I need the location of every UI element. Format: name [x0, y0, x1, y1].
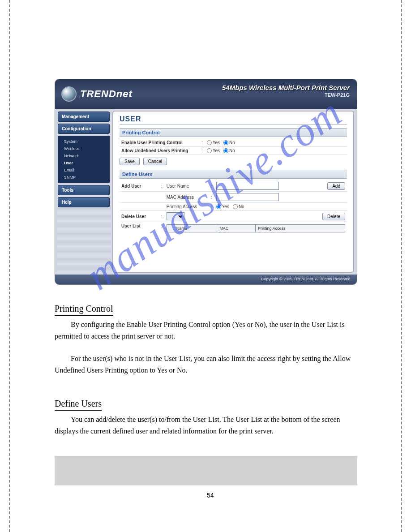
row-delete-user: Delete User : Delete: [120, 211, 347, 222]
cancel-button[interactable]: Cancel: [143, 158, 167, 165]
para-3: You can add/delete the user(s) to/from t…: [55, 414, 359, 437]
brand-logo: TRENDnet: [80, 88, 133, 100]
heading-printing-control: Printing Control: [55, 304, 113, 316]
product-title: 54Mbps Wireless Multi-Port Print Server: [222, 84, 350, 91]
nav-wireless[interactable]: Wireless: [58, 145, 110, 152]
heading-define-users: Define Users: [55, 399, 102, 411]
label-user-name: User Name: [167, 184, 207, 189]
ui-header: TRENDnet 54Mbps Wireless Multi-Port Prin…: [55, 79, 357, 109]
row-allow-undefined: Allow Undefined Users Printing : Yes No: [120, 147, 347, 155]
enable-no-radio[interactable]: [223, 140, 228, 145]
delete-button[interactable]: Delete: [322, 213, 345, 220]
add-button[interactable]: Add: [327, 182, 345, 190]
section-define-users: Define Users: [120, 170, 347, 179]
content-panel: USER Printing Control Enable User Printi…: [112, 111, 354, 273]
nav-management[interactable]: Management: [58, 112, 110, 122]
sidebar: Management Configuration System Wireless…: [55, 109, 112, 275]
button-row: Save Cancel: [120, 158, 347, 165]
row-mac: : MAC Address :: [120, 192, 347, 203]
nav-system[interactable]: System: [58, 138, 110, 145]
page-number: 54: [207, 492, 214, 499]
pa-no-option[interactable]: No: [233, 204, 244, 209]
ui-footer: Copyright © 2005 TRENDnet. All Rights Re…: [55, 275, 357, 284]
col-blank: [167, 225, 174, 232]
nav-help[interactable]: Help: [58, 197, 110, 207]
header-right: 54Mbps Wireless Multi-Port Print Server …: [222, 84, 350, 98]
logo-orb-icon: [61, 86, 77, 102]
col-pa: Printing Access: [255, 225, 345, 232]
input-mac[interactable]: [216, 193, 279, 201]
allow-yes-option[interactable]: Yes: [207, 148, 220, 153]
pa-yes-option[interactable]: Yes: [216, 204, 229, 209]
pa-no-radio[interactable]: [233, 204, 238, 209]
label-user-list: User List: [121, 223, 157, 228]
label-mac: MAC Address: [167, 195, 207, 200]
nav-user[interactable]: User: [58, 159, 110, 167]
product-model: TEW-P21G: [222, 92, 350, 98]
enable-yes-option[interactable]: Yes: [207, 140, 220, 145]
label-delete-user: Delete User: [121, 214, 157, 219]
page-title: USER: [120, 115, 347, 124]
col-name: Name: [174, 225, 217, 232]
nav-configuration[interactable]: Configuration: [58, 124, 110, 134]
enable-yes-radio[interactable]: [207, 140, 212, 145]
row-add-user: Add User : User Name : Add: [120, 180, 347, 192]
allow-no-radio[interactable]: [223, 148, 228, 153]
select-delete-user[interactable]: [167, 212, 184, 220]
enable-no-option[interactable]: No: [223, 140, 235, 145]
row-enable-control: Enable User Printing Control : Yes No: [120, 139, 347, 147]
nav-submenu: System Wireless Network User Email SNMP: [58, 136, 110, 183]
para-2: For the user(s) who is not in the User L…: [55, 353, 359, 376]
label-add-user: Add User: [121, 184, 157, 189]
label-allow: Allow Undefined Users Printing: [121, 148, 197, 153]
nav-network[interactable]: Network: [58, 152, 110, 159]
nav-email[interactable]: Email: [58, 167, 110, 174]
allow-no-option[interactable]: No: [223, 148, 235, 153]
nav-tools[interactable]: Tools: [58, 185, 110, 195]
col-mac: MAC: [217, 225, 256, 232]
pa-yes-radio[interactable]: [216, 204, 221, 209]
save-button[interactable]: Save: [120, 158, 140, 165]
user-list-table: Name MAC Printing Access: [167, 224, 345, 232]
router-ui-window: TRENDnet 54Mbps Wireless Multi-Port Prin…: [55, 79, 357, 285]
label-enable: Enable User Printing Control: [121, 140, 197, 145]
para-1: By configuring the Enable User Printing …: [55, 319, 359, 342]
row-printing-access: : Printing Access : Yes No: [120, 203, 347, 211]
allow-yes-radio[interactable]: [207, 148, 212, 153]
label-printing-access: Printing Access: [167, 204, 207, 209]
table-header-row: Name MAC Printing Access: [167, 225, 345, 232]
page-number-box: [55, 456, 357, 485]
section-printing-control: Printing Control: [120, 128, 347, 137]
row-user-list: User List : Name MAC Printing Access: [120, 222, 347, 234]
nav-snmp[interactable]: SNMP: [58, 174, 110, 181]
input-user-name[interactable]: [216, 182, 279, 190]
